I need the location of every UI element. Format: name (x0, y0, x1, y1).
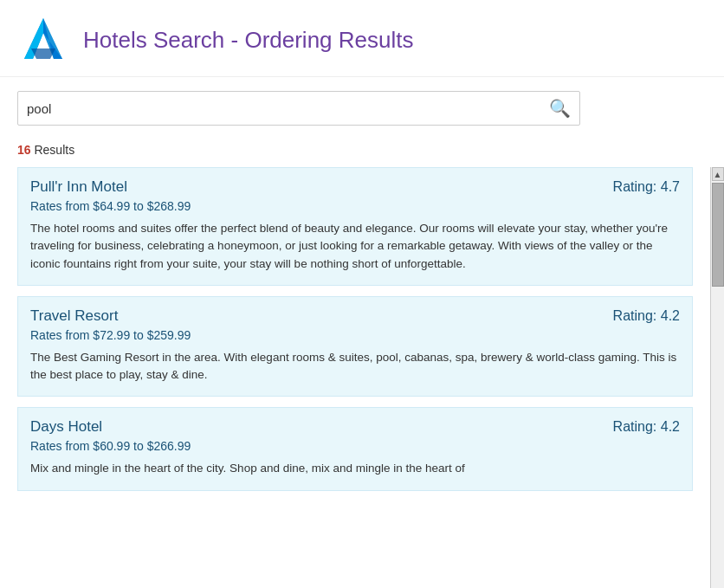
hotel-description: Mix and mingle in the heart of the city.… (30, 460, 680, 477)
hotel-rates: Rates from $60.99 to $266.99 (30, 439, 680, 453)
hotel-name[interactable]: Travel Resort (30, 307, 118, 325)
hotel-rates: Rates from $72.99 to $259.99 (30, 328, 680, 342)
app-logo (17, 14, 69, 66)
hotel-card: Travel Resort Rating: 4.2 Rates from $72… (17, 296, 693, 397)
hotel-rating: Rating: 4.7 (613, 179, 680, 195)
hotel-description: The hotel rooms and suites offer the per… (30, 220, 680, 273)
hotel-name[interactable]: Days Hotel (30, 418, 102, 436)
search-input[interactable] (27, 101, 549, 116)
hotel-rating: Rating: 4.2 (613, 308, 680, 324)
hotel-rating: Rating: 4.2 (613, 419, 680, 435)
page-header: Hotels Search - Ordering Results (0, 0, 724, 77)
results-count: 16 Results (0, 139, 724, 167)
scrollbar-thumb[interactable] (712, 183, 724, 287)
hotel-card: Pull'r Inn Motel Rating: 4.7 Rates from … (17, 167, 693, 286)
scroll-up-arrow[interactable]: ▲ (712, 167, 724, 181)
hotel-card-header: Pull'r Inn Motel Rating: 4.7 (30, 178, 680, 196)
page-title: Hotels Search - Ordering Results (83, 27, 413, 54)
main-content: Pull'r Inn Motel Rating: 4.7 Rates from … (0, 167, 724, 588)
scrollbar[interactable]: ▲ ▼ (710, 167, 724, 588)
hotel-card-header: Days Hotel Rating: 4.2 (30, 418, 680, 436)
hotel-name[interactable]: Pull'r Inn Motel (30, 178, 127, 196)
results-number: 16 (17, 143, 31, 157)
hotel-card: Days Hotel Rating: 4.2 Rates from $60.99… (17, 407, 693, 490)
search-box[interactable]: 🔍 (17, 91, 580, 126)
results-text: Results (34, 143, 74, 157)
hotel-rates: Rates from $64.99 to $268.99 (30, 199, 680, 213)
svg-marker-3 (31, 48, 55, 59)
hotel-description: The Best Gaming Resort in the area. With… (30, 349, 680, 384)
hotel-card-header: Travel Resort Rating: 4.2 (30, 307, 680, 325)
search-icon[interactable]: 🔍 (549, 98, 571, 119)
results-list[interactable]: Pull'r Inn Motel Rating: 4.7 Rates from … (0, 167, 710, 588)
search-section: 🔍 (0, 77, 724, 139)
